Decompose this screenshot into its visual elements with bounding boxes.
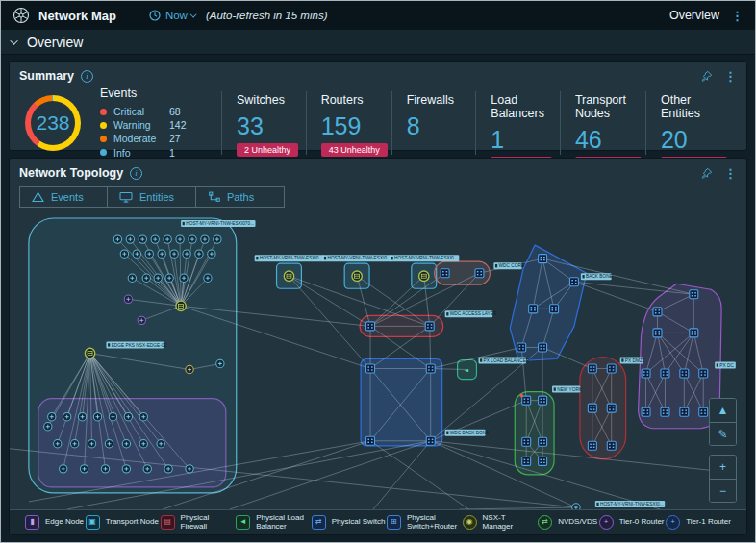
physical-switch-node[interactable] [426, 364, 435, 373]
switch-node[interactable] [126, 235, 134, 243]
switch-node[interactable] [101, 465, 109, 473]
switch-node[interactable] [165, 274, 173, 282]
physical-switch-node[interactable] [426, 436, 435, 445]
pin-icon[interactable] [700, 167, 713, 180]
switch-node[interactable] [170, 250, 178, 258]
switch-node[interactable] [208, 250, 215, 258]
physical-switch-node[interactable] [425, 322, 434, 331]
switch-node[interactable] [122, 440, 130, 448]
physical-switch-node[interactable] [607, 364, 616, 373]
switch-node[interactable] [195, 250, 203, 258]
switch-node[interactable] [145, 250, 153, 258]
switch-node[interactable] [158, 250, 165, 258]
switch-node[interactable] [113, 235, 121, 243]
physical-switch-node[interactable] [642, 369, 650, 378]
physical-switch-node[interactable] [522, 457, 531, 465]
nsx-manager-node[interactable] [419, 271, 429, 281]
physical-switch-node[interactable] [539, 396, 547, 405]
unhealthy-badge[interactable]: 2 Unhealthy [237, 143, 298, 157]
physical-switch-node[interactable] [661, 407, 669, 416]
switch-node[interactable] [183, 250, 190, 258]
load-balancer-node[interactable]: ◄ [465, 366, 469, 373]
switch-node[interactable] [157, 440, 164, 448]
alerts-button[interactable]: ▲ [710, 399, 736, 422]
physical-switch-node[interactable] [539, 457, 547, 465]
switch-node[interactable] [164, 235, 171, 243]
tier0-router-node[interactable] [138, 316, 145, 324]
cluster-new-york[interactable] [515, 392, 554, 475]
switch-node[interactable] [164, 465, 172, 473]
switch-node[interactable] [122, 465, 130, 473]
switch-node[interactable] [204, 274, 212, 282]
chevron-down-icon[interactable] [189, 11, 196, 17]
switch-node[interactable] [186, 465, 193, 473]
switch-node[interactable] [60, 465, 67, 473]
kebab-menu-icon[interactable]: ⋮ [731, 10, 743, 22]
physical-switch-node[interactable] [680, 369, 689, 378]
cluster-edge-pks[interactable] [38, 399, 226, 487]
pin-icon[interactable] [700, 70, 713, 83]
switch-node[interactable] [54, 440, 62, 448]
physical-switch-node[interactable] [529, 305, 538, 313]
switch-node[interactable] [93, 412, 101, 420]
switch-node[interactable] [139, 235, 146, 243]
physical-switch-node[interactable] [539, 437, 547, 446]
section-collapse-chevron-icon[interactable] [10, 37, 17, 44]
switch-node[interactable] [120, 250, 128, 258]
switch-node[interactable] [214, 235, 221, 243]
physical-switch-node[interactable] [522, 437, 531, 446]
topology-graph[interactable]: ◄HOST-MY-VRNI-TNW-ESXI070...EDGE PKS NSX… [10, 212, 746, 509]
tab-entities[interactable]: Entities [108, 186, 196, 208]
info-icon[interactable]: i [81, 70, 93, 83]
physical-switch-node[interactable] [475, 269, 484, 278]
topology-canvas[interactable]: ◄HOST-MY-VRNI-TNW-ESXI070...EDGE PKS NSX… [10, 212, 746, 509]
switch-node[interactable] [151, 235, 159, 243]
physical-switch-node[interactable] [441, 269, 449, 278]
switch-node[interactable] [44, 423, 52, 431]
nsx-manager-node[interactable] [85, 348, 94, 358]
switch-node[interactable] [139, 412, 147, 420]
physical-switch-node[interactable] [653, 308, 662, 316]
switch-node[interactable] [78, 412, 86, 420]
kebab-menu-icon[interactable]: ⋮ [724, 70, 737, 83]
switch-node[interactable] [133, 250, 140, 258]
info-icon[interactable]: i [130, 167, 142, 180]
tab-events[interactable]: Events [19, 186, 108, 208]
switch-node[interactable] [109, 412, 116, 420]
physical-switch-node[interactable] [539, 255, 547, 263]
switch-node[interactable] [572, 504, 580, 509]
physical-switch-node[interactable] [366, 322, 375, 331]
switch-node[interactable] [124, 412, 132, 420]
switch-node[interactable] [176, 235, 184, 243]
switch-node[interactable] [88, 440, 95, 448]
switch-node[interactable] [128, 274, 136, 282]
switch-node[interactable] [48, 412, 56, 420]
zoom-in-button[interactable]: + [710, 456, 736, 479]
refresh-now-dropdown[interactable]: Now [165, 10, 188, 21]
switch-node[interactable] [154, 274, 162, 282]
switch-node[interactable] [139, 440, 147, 448]
nsx-manager-node[interactable] [284, 271, 293, 281]
switch-node[interactable] [180, 274, 188, 282]
physical-switch-node[interactable] [588, 441, 596, 450]
physical-switch-node[interactable] [680, 407, 689, 416]
switch-node[interactable] [70, 440, 78, 448]
nsx-manager-node[interactable] [352, 271, 362, 281]
physical-switch-node[interactable] [653, 329, 662, 337]
overview-section-header[interactable]: Overview [1, 30, 755, 55]
nsx-manager-node[interactable] [176, 301, 186, 310]
physical-switch-node[interactable] [550, 305, 559, 313]
physical-switch-node[interactable] [607, 441, 616, 450]
physical-switch-node[interactable] [699, 407, 708, 416]
switch-node[interactable] [216, 359, 224, 367]
physical-switch-node[interactable] [699, 369, 708, 378]
tab-paths[interactable]: Paths [196, 186, 285, 208]
switch-node[interactable] [142, 274, 150, 282]
switch-node[interactable] [105, 440, 113, 448]
physical-switch-node[interactable] [607, 404, 616, 412]
physical-switch-node[interactable] [366, 364, 375, 373]
physical-switch-node[interactable] [642, 407, 650, 416]
router-node[interactable] [186, 365, 193, 373]
switch-node[interactable] [189, 235, 196, 243]
cluster-px-dmz[interactable] [580, 357, 626, 458]
